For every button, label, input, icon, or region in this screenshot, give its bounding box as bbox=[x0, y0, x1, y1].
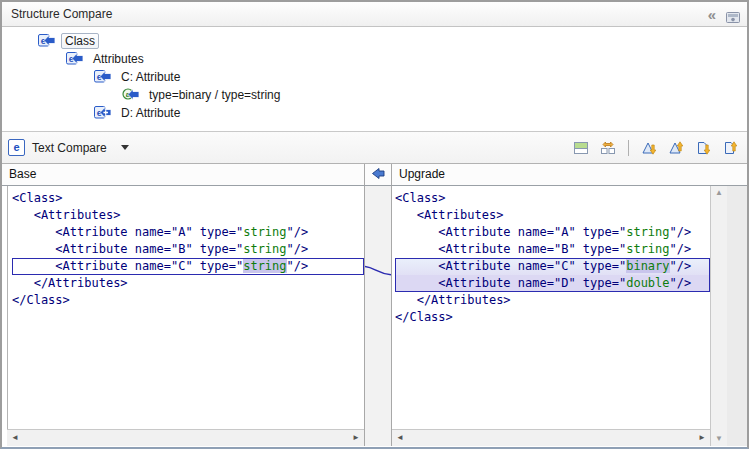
code-token: <Attribute name="A" type=" bbox=[12, 225, 243, 239]
code-token: </Class> bbox=[395, 310, 453, 324]
code-line[interactable]: </Class> bbox=[12, 292, 364, 309]
text-compare-body: Base Upgrade <Class> <Attributes> <Attri… bbox=[2, 164, 747, 446]
tree-item[interactable]: eClass bbox=[2, 32, 747, 50]
scroll-left-icon[interactable]: ◄ bbox=[396, 433, 404, 442]
header-fill bbox=[710, 164, 747, 186]
code-token: <Attribute name="C" type=" bbox=[12, 259, 243, 273]
code-token: "/> bbox=[287, 242, 309, 256]
code-token: <Attributes> bbox=[395, 208, 503, 222]
emf-added-icon: e bbox=[94, 105, 112, 121]
code-token: <Attributes> bbox=[12, 208, 120, 222]
collapse-icon[interactable]: « bbox=[708, 2, 714, 27]
diff-connector-line bbox=[365, 186, 392, 429]
merge-left-arrow-icon bbox=[371, 166, 385, 184]
structure-compare-tree[interactable]: eClasseAttributeseC: Attributeatype=bina… bbox=[2, 27, 747, 131]
code-token: string bbox=[243, 259, 286, 273]
tree-item[interactable]: atype=binary / type=string bbox=[2, 86, 747, 104]
diff-overview-ruler bbox=[727, 186, 747, 446]
code-token: <Attribute name="C" type=" bbox=[395, 259, 626, 273]
code-line[interactable]: <Attributes> bbox=[12, 207, 364, 224]
structure-compare-title: Structure Compare bbox=[11, 2, 112, 27]
code-line[interactable]: <Class> bbox=[395, 190, 710, 207]
code-token: string bbox=[243, 242, 286, 256]
structure-compare-header: Structure Compare « bbox=[2, 2, 747, 27]
tree-item[interactable]: eAttributes bbox=[2, 50, 747, 68]
code-token: string bbox=[243, 225, 286, 239]
code-token: </Class> bbox=[12, 293, 70, 307]
code-token: <Attribute name="D" type=" bbox=[395, 276, 626, 290]
code-line[interactable]: <Attribute name="A" type="string"/> bbox=[12, 224, 364, 241]
scroll-right-icon[interactable]: ► bbox=[352, 433, 360, 442]
previous-difference-icon[interactable] bbox=[665, 137, 687, 159]
tree-item-label: Attributes bbox=[89, 51, 148, 67]
attr-change-icon: a bbox=[122, 87, 140, 103]
tree-item-label: type=binary / type=string bbox=[145, 87, 284, 103]
code-line[interactable]: </Attributes> bbox=[395, 292, 710, 309]
gutter-bottom-filler bbox=[364, 429, 392, 446]
scroll-up-icon[interactable]: ▲ bbox=[715, 189, 723, 197]
base-pane[interactable]: <Class> <Attributes> <Attribute name="A"… bbox=[7, 186, 364, 429]
emf-change-icon: e bbox=[38, 33, 56, 49]
code-token: </Attributes> bbox=[395, 293, 511, 307]
viewer-dropdown-icon[interactable] bbox=[121, 145, 129, 150]
vertical-scrollbar[interactable]: ▲ ▼ bbox=[710, 186, 727, 446]
panel-menu-icon[interactable] bbox=[726, 8, 741, 21]
scroll-left-icon[interactable]: ◄ bbox=[11, 433, 19, 442]
toolbar-separator bbox=[628, 140, 629, 156]
emf-change-icon: e bbox=[94, 69, 112, 85]
code-token: <Class> bbox=[12, 191, 63, 205]
scroll-down-icon[interactable]: ▼ bbox=[715, 435, 723, 443]
tree-item-label: D: Attribute bbox=[117, 105, 184, 121]
code-line[interactable]: <Attribute name="C" type="string"/> bbox=[12, 258, 364, 275]
code-line[interactable]: <Class> bbox=[12, 190, 364, 207]
orientation-icon[interactable] bbox=[570, 137, 592, 159]
code-token: "/> bbox=[670, 259, 692, 273]
code-token: <Attribute name="B" type=" bbox=[12, 242, 243, 256]
swap-panes-icon[interactable] bbox=[597, 137, 619, 159]
current-diff-box: <Attribute name="C" type="string"/> bbox=[12, 258, 364, 275]
upgrade-pane[interactable]: <Class> <Attributes> <Attribute name="A"… bbox=[392, 186, 710, 429]
code-line[interactable]: <Attribute name="A" type="string"/> bbox=[395, 224, 710, 241]
code-token: <Attribute name="B" type=" bbox=[395, 242, 626, 256]
tree-item-label: C: Attribute bbox=[117, 69, 184, 85]
code-token: <Class> bbox=[395, 191, 446, 205]
text-compare-title: Text Compare bbox=[32, 141, 107, 155]
upgrade-horizontal-scrollbar[interactable]: ◄ ► bbox=[392, 429, 710, 446]
code-token: double bbox=[626, 276, 669, 290]
code-token: binary bbox=[626, 259, 669, 273]
next-difference-icon[interactable] bbox=[638, 137, 660, 159]
code-token: </Attributes> bbox=[12, 276, 128, 290]
code-line[interactable]: <Attribute name="C" type="binary"/> bbox=[395, 258, 710, 275]
next-change-icon[interactable] bbox=[692, 137, 714, 159]
tree-item-label: Class bbox=[61, 33, 99, 49]
current-diff-box: <Attribute name="C" type="binary"/> <Att… bbox=[395, 258, 710, 292]
toolbar-buttons bbox=[570, 137, 741, 159]
previous-change-icon[interactable] bbox=[719, 137, 741, 159]
code-token: <Attribute name="A" type=" bbox=[395, 225, 626, 239]
base-pane-title: Base bbox=[2, 164, 364, 186]
text-compare-viewer-icon: e bbox=[8, 139, 25, 156]
upgrade-pane-title: Upgrade bbox=[392, 164, 710, 186]
code-line[interactable]: <Attribute name="B" type="string"/> bbox=[395, 241, 710, 258]
compare-editor-window: Structure Compare « eClasseAttributeseC:… bbox=[0, 0, 749, 449]
code-token: "/> bbox=[287, 225, 309, 239]
code-line[interactable]: <Attribute name="D" type="double"/> bbox=[395, 275, 710, 292]
scroll-right-icon[interactable]: ► bbox=[698, 433, 706, 442]
code-token: string bbox=[626, 242, 669, 256]
diff-connector-gutter bbox=[364, 186, 392, 429]
code-line[interactable]: </Class> bbox=[395, 309, 710, 326]
text-compare-toolbar: e Text Compare bbox=[2, 131, 747, 164]
code-line[interactable]: <Attribute name="B" type="string"/> bbox=[12, 241, 364, 258]
tree-item[interactable]: eD: Attribute bbox=[2, 104, 747, 122]
code-line[interactable]: <Attributes> bbox=[395, 207, 710, 224]
code-token: "/> bbox=[670, 225, 692, 239]
gutter-header bbox=[364, 164, 392, 186]
code-token: "/> bbox=[670, 276, 692, 290]
code-token: string bbox=[626, 225, 669, 239]
code-token: "/> bbox=[287, 259, 309, 273]
code-token: "/> bbox=[670, 242, 692, 256]
base-horizontal-scrollbar[interactable]: ◄ ► bbox=[7, 429, 364, 446]
tree-item[interactable]: eC: Attribute bbox=[2, 68, 747, 86]
emf-change-icon: e bbox=[66, 51, 84, 67]
code-line[interactable]: </Attributes> bbox=[12, 275, 364, 292]
